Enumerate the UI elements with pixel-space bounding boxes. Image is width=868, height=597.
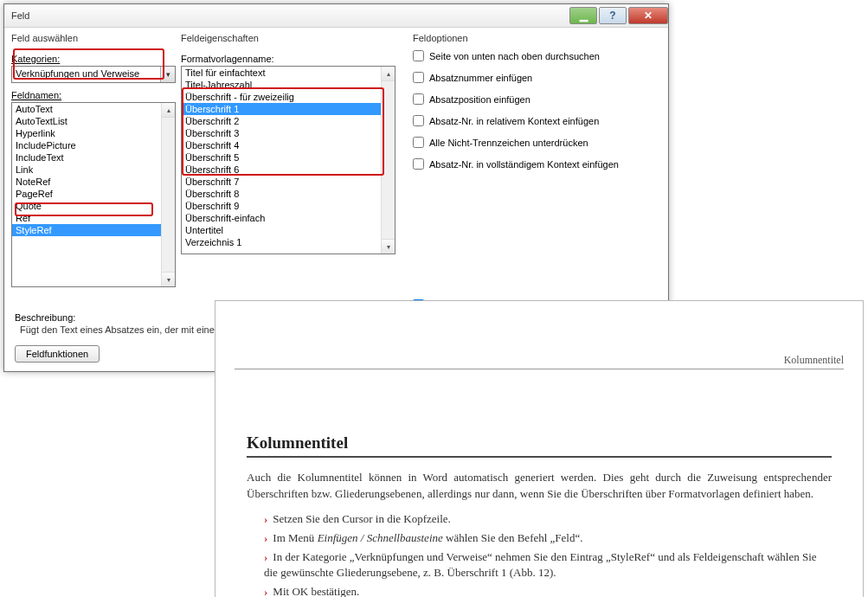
list-item[interactable]: Titel für einfachtext <box>182 67 381 79</box>
option-checkbox[interactable]: Absatz-Nr. in relativem Kontext einfügen <box>413 115 661 126</box>
format-label: Formatvorlagenname: <box>181 54 395 64</box>
list-item[interactable]: Überschrift 4 <box>182 139 381 151</box>
feldnamen-label: Feldnamen: <box>11 90 176 100</box>
document-body: Kolumnentitel Auch die Kolumnentitel kön… <box>215 369 863 597</box>
list-item[interactable]: Überschrift-einfach <box>182 212 381 224</box>
help-button[interactable]: ? <box>599 7 627 24</box>
doc-list-item: Mit OK bestätigen. <box>264 584 832 597</box>
feldnamen-listbox[interactable]: AutoTextAutoTextListHyperlinkIncludePict… <box>11 102 176 287</box>
list-item[interactable]: IncludeText <box>12 151 161 164</box>
checkbox[interactable] <box>413 93 424 105</box>
formatvorlagen-listbox[interactable]: Titel für einfachtextTitel-JahreszahlÜbe… <box>181 66 395 254</box>
titlebar-buttons: ▁ ? ✕ <box>568 7 668 24</box>
scrollbar[interactable] <box>161 103 175 286</box>
list-item[interactable]: Überschrift - für zweizeilig <box>182 91 381 103</box>
option-label: Absatzposition einfügen <box>429 94 530 105</box>
list-item[interactable]: IncludePicture <box>12 139 161 151</box>
option-checkbox[interactable]: Absatzposition einfügen <box>413 93 661 105</box>
column-options: Feldoptionen Seite von unten nach oben d… <box>404 33 661 311</box>
page-header: Kolumnentitel <box>235 354 844 369</box>
window-title: Feld <box>11 10 568 21</box>
list-item[interactable]: Überschrift 3 <box>182 127 381 139</box>
doc-list-item: Setzen Sie den Cursor in die Kopfzeile. <box>264 511 832 527</box>
list-item[interactable]: Überschrift 8 <box>182 188 381 200</box>
titlebar: Feld ▁ ? ✕ <box>4 4 668 28</box>
kategorien-combo[interactable]: Verknüpfungen und Verweise <box>11 66 176 83</box>
fieldfunctions-button[interactable]: Feldfunktionen <box>15 345 100 363</box>
list-item[interactable]: Überschrift 1 <box>182 103 381 115</box>
kategorien-value: Verknüpfungen und Verweise <box>12 67 160 82</box>
doc-heading: Kolumnentitel <box>247 433 832 453</box>
option-label: Seite von unten nach oben durchsuchen <box>429 51 600 61</box>
list-item[interactable]: AutoText <box>12 103 161 115</box>
close-button[interactable]: ✕ <box>628 7 668 24</box>
option-checkbox[interactable]: Alle Nicht-Trennzeichen unterdrücken <box>413 137 661 148</box>
list-item[interactable]: PageRef <box>12 188 161 200</box>
list-item[interactable]: Überschrift 6 <box>182 164 381 176</box>
checkbox[interactable] <box>413 137 424 148</box>
list-item[interactable]: Untertitel <box>182 224 381 236</box>
column-properties: Feldeigenschaften Formatvorlagenname: Ti… <box>181 33 395 311</box>
scrollbar[interactable] <box>381 67 395 254</box>
list-item[interactable]: NoteRef <box>12 176 161 188</box>
list-item[interactable]: Überschrift 5 <box>182 151 381 164</box>
list-item[interactable]: Titel-Jahreszahl <box>182 79 381 91</box>
list-item[interactable]: Hyperlink <box>12 127 161 139</box>
list-item[interactable]: Quote <box>12 200 161 212</box>
list-item[interactable]: Überschrift 9 <box>182 200 381 212</box>
list-item[interactable]: Verzeichnis 1 <box>182 236 381 248</box>
option-label: Absatz-Nr. in vollständigem Kontext einf… <box>429 159 619 170</box>
option-label: Alle Nicht-Trennzeichen unterdrücken <box>429 138 588 148</box>
list-item[interactable]: Überschrift 2 <box>182 115 381 127</box>
checkbox[interactable] <box>413 115 424 126</box>
section-label: Feldoptionen <box>413 33 661 45</box>
dialog-body: Feld auswählen Kategorien: Verknüpfungen… <box>4 28 668 311</box>
section-label: Feldeigenschaften <box>181 33 395 45</box>
doc-paragraph: Auch die Kolumnentitel können in Word au… <box>247 470 832 503</box>
checkbox[interactable] <box>413 50 424 61</box>
heading-rule <box>247 456 832 458</box>
list-item[interactable]: AutoTextList <box>12 115 161 127</box>
header-field: Kolumnentitel <box>784 354 844 366</box>
doc-list-item: Im Menü Einfügen / Schnellbausteine wähl… <box>264 530 832 546</box>
section-label: Feld auswählen <box>11 33 176 45</box>
chevron-down-icon[interactable] <box>160 67 175 82</box>
list-item[interactable]: Ref <box>12 212 161 224</box>
list-item[interactable]: Überschrift 7 <box>182 176 381 188</box>
minimize-button[interactable]: ▁ <box>569 7 597 24</box>
option-label: Absatz-Nr. in relativem Kontext einfügen <box>429 116 599 126</box>
list-item[interactable]: StyleRef <box>12 224 161 236</box>
doc-list: Setzen Sie den Cursor in die Kopfzeile.I… <box>247 511 832 597</box>
column-select-field: Feld auswählen Kategorien: Verknüpfungen… <box>11 33 176 311</box>
document-preview: Kolumnentitel Kolumnentitel Auch die Kol… <box>215 300 864 597</box>
checkbox[interactable] <box>413 158 424 170</box>
doc-list-item: In der Kategorie „Verknüpfungen und Verw… <box>264 549 832 581</box>
kategorien-label: Kategorien: <box>11 54 176 64</box>
option-checkbox[interactable]: Absatznummer einfügen <box>413 72 661 83</box>
options-group: Seite von unten nach oben durchsuchenAbs… <box>413 50 661 180</box>
option-checkbox[interactable]: Absatz-Nr. in vollständigem Kontext einf… <box>413 158 661 170</box>
checkbox[interactable] <box>413 72 424 83</box>
option-label: Absatznummer einfügen <box>429 73 532 83</box>
list-item[interactable]: Link <box>12 164 161 176</box>
option-checkbox[interactable]: Seite von unten nach oben durchsuchen <box>413 50 661 61</box>
